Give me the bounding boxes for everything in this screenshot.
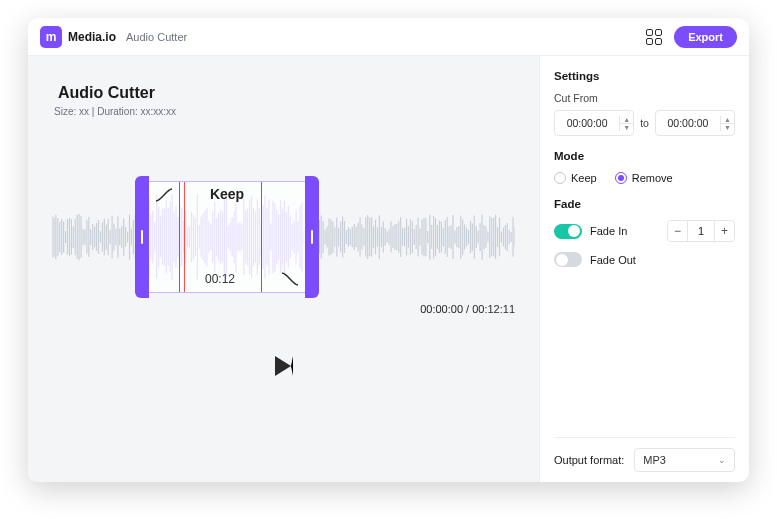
time-readout: 00:00:00 / 00:12:11 [52,303,515,315]
mode-keep-label: Keep [571,172,597,184]
app-body: Audio Cutter Size: xx | Duration: xx:xx:… [28,56,749,482]
app-header: m Media.io Audio Cutter Export [28,18,749,56]
apps-grid-icon[interactable] [646,29,662,45]
mode-remove-radio[interactable]: Remove [615,172,673,184]
page-title: Audio Cutter [58,84,515,102]
fade-in-value: 1 [688,225,714,237]
export-button[interactable]: Export [674,26,737,48]
fade-out-row: Fade Out [554,252,735,267]
selection-duration: 00:12 [181,272,259,286]
start-stepper: ▲ ▼ [619,116,633,131]
selection-handle-right[interactable] [305,176,319,298]
chevron-down-icon: ⌄ [718,455,726,465]
waveform-track[interactable]: Keep 00:12 [52,187,515,287]
playhead-line [184,182,185,292]
output-format-value: MP3 [643,454,666,466]
cut-to-label: to [640,117,649,129]
fade-out-toggle[interactable] [554,252,582,267]
cut-from-start-input[interactable]: 00:00:00 ▲ ▼ [554,110,634,136]
fade-in-row: Fade In − 1 + [554,220,735,242]
play-button[interactable] [275,356,293,376]
cut-from-row: 00:00:00 ▲ ▼ to 00:00:00 ▲ ▼ [554,110,735,136]
end-stepper: ▲ ▼ [720,116,734,131]
fade-in-label: Fade In [590,225,627,237]
file-meta: Size: xx | Duration: xx:xx:xx [54,106,515,117]
mode-title: Mode [554,150,735,162]
fade-in-stepper: − 1 + [667,220,735,242]
selection-handle-left[interactable] [135,176,149,298]
cut-from-end-value: 00:00:00 [656,117,720,129]
fade-title: Fade [554,198,735,210]
mode-keep-radio[interactable]: Keep [554,172,597,184]
cut-from-label: Cut From [554,92,735,104]
mode-row: Keep Remove [554,172,735,184]
cut-from-start-value: 00:00:00 [555,117,619,129]
breadcrumb-page: Audio Cutter [126,31,187,43]
fade-in-decrement[interactable]: − [668,221,688,241]
editor-canvas: Audio Cutter Size: xx | Duration: xx:xx:… [28,56,539,482]
settings-sidebar: Settings Cut From 00:00:00 ▲ ▼ to 00:00:… [539,56,749,482]
output-row: Output format: MP3 ⌄ [554,437,735,472]
fade-out-label: Fade Out [590,254,636,266]
selection-divider [179,182,180,292]
radio-icon [554,172,566,184]
selection-region[interactable]: Keep 00:12 [148,181,306,293]
selection-label: Keep [149,186,305,202]
brand-name: Media.io [68,30,116,44]
radio-icon [615,172,627,184]
fade-out-curve-icon [281,272,299,286]
app-window: m Media.io Audio Cutter Export Audio Cut… [28,18,749,482]
fade-in-curve-icon [155,188,173,202]
end-step-down[interactable]: ▼ [721,124,734,131]
fade-in-toggle[interactable] [554,224,582,239]
end-step-up[interactable]: ▲ [721,116,734,124]
output-format-select[interactable]: MP3 ⌄ [634,448,735,472]
start-step-down[interactable]: ▼ [620,124,633,131]
brand-logo-icon: m [40,26,62,48]
mode-remove-label: Remove [632,172,673,184]
start-step-up[interactable]: ▲ [620,116,633,124]
cut-from-end-input[interactable]: 00:00:00 ▲ ▼ [655,110,735,136]
selection-divider [261,182,262,292]
output-format-label: Output format: [554,454,624,466]
fade-in-increment[interactable]: + [714,221,734,241]
settings-title: Settings [554,70,735,82]
